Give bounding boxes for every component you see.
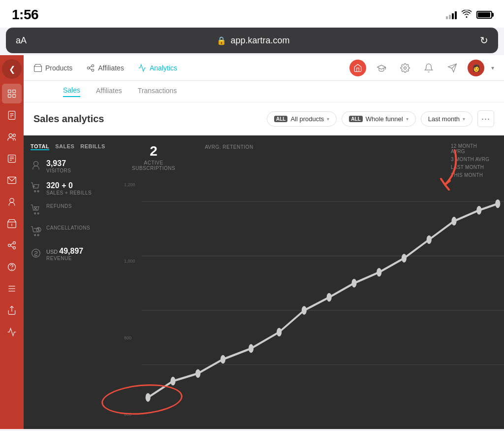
- sidebar-item-share[interactable]: [2, 300, 22, 320]
- analytics-title: Sales analytics: [33, 113, 104, 125]
- nav-megaphone-icon[interactable]: [444, 60, 461, 76]
- y-label-1200: 1,200: [124, 182, 135, 187]
- nav-store-icon[interactable]: [349, 60, 366, 76]
- svg-line-20: [11, 243, 13, 245]
- chart-dot: [427, 235, 432, 244]
- sidebar-item-sequences[interactable]: [2, 279, 22, 298]
- refresh-button[interactable]: ↻: [480, 34, 488, 46]
- funnel-all-badge: ALL: [349, 116, 362, 122]
- wifi-icon: [462, 10, 472, 20]
- more-options-button[interactable]: ···: [477, 110, 494, 127]
- sidebar-item-forms[interactable]: [2, 149, 22, 168]
- tab-affiliates[interactable]: Affiliates: [96, 87, 122, 97]
- stats-tab-total[interactable]: TOTAL: [31, 143, 49, 150]
- svg-point-30: [404, 66, 407, 69]
- sales-value: 320 + 0: [46, 181, 92, 190]
- y-label-600: 600: [124, 412, 135, 417]
- stats-tab-rebills[interactable]: REBILLS: [80, 143, 105, 150]
- svg-point-31: [33, 162, 38, 166]
- products-chevron-icon: ▾: [327, 116, 329, 122]
- sidebar-item-products[interactable]: [2, 214, 22, 233]
- svg-line-28: [90, 66, 92, 67]
- cancellations-icon: [31, 226, 41, 239]
- svg-line-21: [11, 246, 13, 247]
- sales-icon: [31, 182, 41, 195]
- chart-dot: [495, 199, 500, 208]
- stat-revenue: USD 49,897 REVENUE: [31, 247, 115, 261]
- url-text: app.kartra.com: [230, 35, 289, 46]
- status-icons: [446, 10, 492, 20]
- chart-dot: [476, 206, 481, 215]
- chart-area: TOTAL SALES REBILLS 3,937 VISITORS: [24, 135, 504, 429]
- sidebar-item-contacts[interactable]: [2, 127, 22, 147]
- revenue-value: USD 49,897: [46, 247, 83, 256]
- chart-dot: [195, 369, 200, 378]
- chart-dot: [170, 377, 175, 386]
- stat-refunds: REFUNDS: [31, 203, 115, 217]
- line-chart-container: 1,200 1,000 800 600: [122, 180, 504, 429]
- sidebar-item-analytics[interactable]: [2, 322, 22, 342]
- stats-tab-sales[interactable]: SALES: [55, 143, 74, 150]
- legend-lastmonth: LAST MONTH: [451, 165, 494, 170]
- browser-aa-button[interactable]: aA: [16, 35, 27, 46]
- svg-point-36: [37, 213, 39, 214]
- center-metrics: 2 ACTIVESUBSCRIPTIONS AVRG. RETENTION: [132, 143, 253, 180]
- svg-point-39: [34, 234, 36, 236]
- chart-dot: [146, 393, 151, 402]
- analytics-filters: ALL All products ▾ ALL Whole funnel ▾ La…: [267, 110, 494, 127]
- refunds-icon: [31, 204, 41, 217]
- metric-avg-retention: AVRG. RETENTION: [205, 143, 253, 150]
- legend-12month-label: 12 MONTH AVRG: [451, 143, 490, 154]
- filter-products-button[interactable]: ALL All products ▾: [267, 111, 337, 127]
- browser-bar[interactable]: aA 🔒 app.kartra.com ↻: [6, 28, 498, 53]
- chart-dot: [351, 279, 356, 288]
- sidebar-item-pages[interactable]: [2, 105, 22, 125]
- y-label-1000: 1,000: [124, 259, 135, 264]
- filter-funnel-button[interactable]: ALL Whole funnel ▾: [342, 111, 415, 127]
- status-bar: 1:56: [0, 0, 504, 28]
- tab-sales[interactable]: Sales: [63, 86, 80, 97]
- sidebar-item-memberships[interactable]: [2, 192, 22, 212]
- tab-transactions[interactable]: Transactions: [138, 87, 177, 97]
- svg-line-29: [90, 68, 92, 69]
- chart-dot: [277, 328, 282, 336]
- visitors-icon: [31, 160, 41, 173]
- svg-point-8: [9, 133, 12, 137]
- top-nav: Products Affiliates Analytics: [24, 55, 504, 81]
- revenue-label: REVENUE: [46, 256, 83, 261]
- nav-graduation-icon[interactable]: [373, 60, 390, 76]
- sidebar-item-dashboard[interactable]: [2, 84, 22, 103]
- user-avatar[interactable]: 👩: [468, 60, 484, 76]
- sidebar-item-helpdesk[interactable]: [2, 257, 22, 277]
- nav-links: Products Affiliates Analytics: [33, 64, 177, 72]
- avatar-dropdown-icon[interactable]: ▾: [491, 65, 494, 71]
- nav-products[interactable]: Products: [33, 64, 72, 72]
- sidebar-item-affiliates[interactable]: [2, 235, 22, 255]
- period-chevron-icon: ▾: [463, 116, 465, 122]
- stat-visitors: 3,937 VISITORS: [31, 159, 115, 173]
- cancellations-label: CANCELLATIONS: [46, 225, 90, 231]
- nav-bell-icon[interactable]: [420, 60, 437, 76]
- chart-dot: [327, 293, 332, 302]
- svg-point-27: [92, 69, 94, 71]
- revenue-currency: USD: [46, 249, 59, 255]
- stat-cancellations: CANCELLATIONS: [31, 225, 115, 239]
- filter-period-label: Last month: [428, 115, 460, 123]
- browser-url: 🔒 app.kartra.com: [217, 35, 289, 46]
- chart-dot: [402, 254, 407, 263]
- main-content: Products Affiliates Analytics: [24, 55, 504, 429]
- filter-period-button[interactable]: Last month ▾: [421, 111, 472, 127]
- stats-tabs: TOTAL SALES REBILLS: [31, 143, 115, 150]
- sales-label: SALES + REBILLS: [46, 190, 92, 196]
- svg-point-19: [13, 247, 16, 249]
- nav-affiliates[interactable]: Affiliates: [86, 64, 124, 72]
- analytics-header: Sales analytics ALL All products ▾ ALL W…: [24, 102, 504, 135]
- lock-icon: 🔒: [217, 36, 226, 45]
- nav-icons: 👩 ▾: [349, 60, 494, 76]
- nav-settings-icon[interactable]: [397, 60, 413, 76]
- nav-analytics[interactable]: Analytics: [138, 64, 177, 72]
- svg-rect-0: [8, 90, 11, 93]
- sidebar-item-emails[interactable]: [2, 170, 22, 190]
- sidebar-collapse-button[interactable]: ❮: [2, 59, 22, 79]
- svg-point-33: [37, 191, 39, 192]
